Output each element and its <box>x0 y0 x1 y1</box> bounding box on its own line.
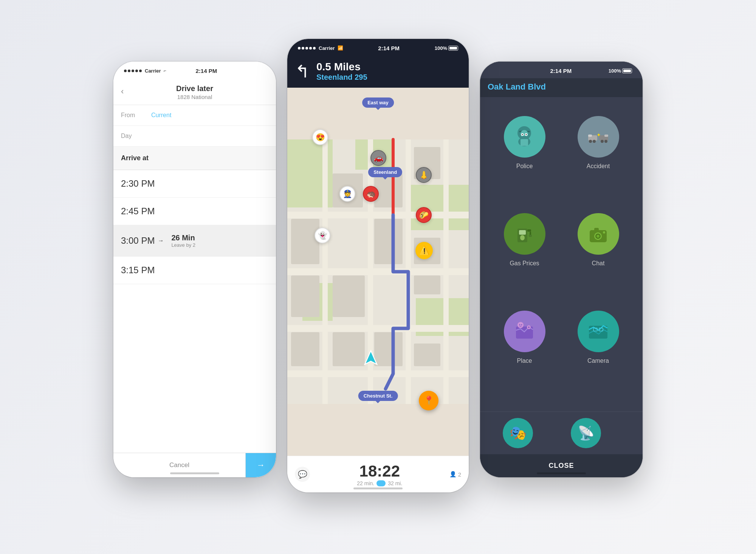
c-dot-2 <box>302 47 304 50</box>
time-row-230[interactable]: 2:30 PM <box>113 170 276 198</box>
svg-text:✦: ✦ <box>596 132 601 138</box>
time-row-245[interactable]: 2:45 PM <box>113 198 276 225</box>
user-count: 👤 2 <box>449 471 461 478</box>
report-item-chat[interactable]: Chat <box>561 206 635 303</box>
svg-point-56 <box>596 235 600 238</box>
report-item-accident[interactable]: ✦ Accident <box>561 108 635 206</box>
c-dot-1 <box>298 47 301 50</box>
gas-icon <box>512 222 537 246</box>
accident-icon-circle: ✦ <box>578 116 619 158</box>
left-time: 2:14 PM <box>195 68 217 74</box>
carrier-info: Carrier ⌐ <box>124 68 166 74</box>
day-row[interactable]: Day <box>113 126 276 147</box>
svg-rect-20 <box>291 275 319 317</box>
police-icon <box>512 125 537 149</box>
nav-bottom-bar: 💬 18:22 22 min. 32 mi. 👤 2 <box>287 456 469 492</box>
center-carrier: Carrier 📶 <box>298 45 343 51</box>
emoji-nose: 👃 <box>416 167 432 183</box>
svg-point-33 <box>522 134 523 135</box>
report-item-gas[interactable]: Gas Prices <box>488 206 561 303</box>
emoji-traffic: 🚗 <box>370 150 386 166</box>
right-battery: 100% <box>609 68 632 74</box>
map-area[interactable]: East way Steenland Chestnut St. 😍 🚗 👮 🦔 … <box>287 88 469 456</box>
svg-rect-15 <box>374 173 403 207</box>
svg-rect-21 <box>333 275 365 317</box>
phones-container: Carrier ⌐ 2:14 PM ‹ Drive later 1828 Nat… <box>113 31 643 523</box>
bottom-icon-emoji-1: 🎭 <box>510 425 527 441</box>
report-item-police[interactable]: Police <box>488 108 561 206</box>
chestnut-label: Chestnut St. <box>358 391 398 401</box>
report-item-camera[interactable]: Camera <box>561 303 635 400</box>
svg-point-40 <box>589 140 592 143</box>
nav-header: ↱ 0.5 Miles Steenland 295 <box>287 56 469 88</box>
signal-dot-3 <box>132 70 134 72</box>
chat-button[interactable]: 💬 <box>295 467 310 482</box>
gas-label: Gas Prices <box>510 260 539 267</box>
steenland-label: Steenland <box>368 167 402 177</box>
time-300: 3:00 PM <box>121 235 155 246</box>
from-row: From Current <box>113 105 276 126</box>
center-carrier-name: Carrier <box>319 45 335 51</box>
battery-fill <box>449 47 457 50</box>
accident-icon: ✦ <box>586 125 610 149</box>
left-header: ‹ Drive later 1828 National <box>113 78 276 105</box>
right-home-indicator <box>537 472 586 474</box>
center-battery-pct: 100% <box>435 45 447 51</box>
go-arrow-icon: → <box>257 460 265 470</box>
time-row-300[interactable]: 3:00 PM → 26 Min Leave by 2 <box>113 225 276 257</box>
my-location-marker <box>362 349 380 369</box>
place-label: Place <box>517 357 532 364</box>
battery-body <box>448 46 458 51</box>
svg-rect-35 <box>522 136 527 137</box>
svg-rect-48 <box>519 230 526 235</box>
svg-rect-57 <box>594 228 599 231</box>
police-label: Police <box>516 163 533 170</box>
distance: 32 mi. <box>388 480 402 486</box>
back-button[interactable]: ‹ <box>121 87 124 96</box>
right-battery-pct: 100% <box>609 68 621 74</box>
svg-point-62 <box>517 322 524 328</box>
svg-point-43 <box>604 140 607 143</box>
svg-point-58 <box>603 231 605 234</box>
trip-summary: 18:22 22 min. 32 mi. <box>357 462 402 486</box>
c-dot-3 <box>305 47 308 50</box>
nav-info: 0.5 Miles Steenland 295 <box>316 61 367 82</box>
bottom-partial-icon-1: 🎭 <box>503 418 533 448</box>
chat-icon-circle <box>578 213 619 255</box>
trip-details: 22 min. 32 mi. <box>357 480 402 486</box>
chat-icon <box>586 222 610 246</box>
center-time: 2:14 PM <box>378 45 400 51</box>
duration-mins: 26 Min <box>171 234 195 242</box>
phone-left: Carrier ⌐ 2:14 PM ‹ Drive later 1828 Nat… <box>113 62 276 477</box>
c-dot-4 <box>309 47 312 50</box>
svg-rect-44 <box>588 135 592 137</box>
svg-point-64 <box>521 324 522 325</box>
report-grid: Police <box>480 97 643 412</box>
camera-icon2 <box>586 319 610 344</box>
emoji-ghost: 👻 <box>314 227 330 243</box>
svg-rect-51 <box>529 235 532 237</box>
bottom-partial-row: 🎭 📡 <box>480 412 643 454</box>
warning-icon: ⚠️ <box>415 242 433 259</box>
svg-point-41 <box>593 140 596 143</box>
turn-arrow-icon: ↱ <box>295 61 310 82</box>
svg-point-63 <box>519 324 521 325</box>
time-row-315[interactable]: 3:15 PM <box>113 257 276 284</box>
left-status-bar: Carrier ⌐ 2:14 PM <box>113 62 276 78</box>
svg-rect-24 <box>333 332 365 366</box>
close-label: CLOSE <box>548 462 574 469</box>
center-wifi-icon: 📶 <box>338 45 343 51</box>
svg-point-52 <box>520 235 525 240</box>
go-button[interactable]: → <box>246 453 276 477</box>
home-indicator <box>170 472 219 474</box>
center-screen: Carrier 📶 2:14 PM 100% ↱ 0.5 Miles Steen… <box>287 39 469 492</box>
bottom-partial-item-1: 🎭 <box>488 415 548 451</box>
nav-street: Steenland 295 <box>316 73 367 82</box>
wifi-icon: ⌐ <box>164 68 166 73</box>
from-label: From <box>121 112 151 119</box>
report-item-place[interactable]: Place <box>488 303 561 400</box>
right-screen: 2:14 PM 100% Oak Land Blvd <box>480 62 643 477</box>
leave-by: Leave by 2 <box>171 242 195 248</box>
right-battery-body <box>622 68 632 73</box>
center-battery: 100% <box>435 45 458 51</box>
